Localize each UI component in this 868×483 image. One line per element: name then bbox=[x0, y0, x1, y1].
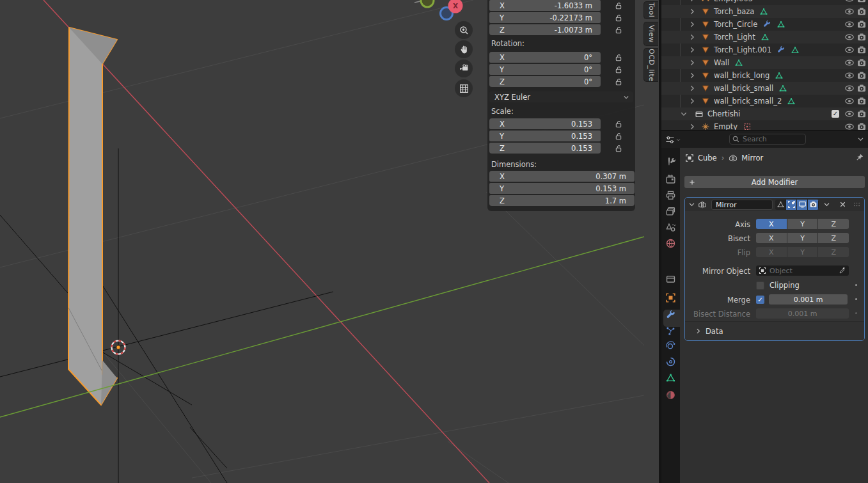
clipping-checkbox[interactable] bbox=[756, 281, 764, 290]
hide-viewport-icon[interactable] bbox=[844, 96, 855, 106]
dimensions-y-field[interactable]: Y0.153 m bbox=[489, 183, 635, 194]
animate-dot[interactable] bbox=[855, 298, 857, 300]
collapse-icon[interactable] bbox=[679, 109, 688, 118]
modifier-extras-icon[interactable] bbox=[823, 200, 831, 209]
hide-viewport-icon[interactable] bbox=[844, 70, 855, 81]
delete-modifier-icon[interactable] bbox=[839, 200, 847, 209]
scale-y-field[interactable]: Y0.153 bbox=[489, 131, 601, 141]
disable-render-icon[interactable] bbox=[856, 109, 867, 119]
outliner-row-torch-circle[interactable]: Torch_Circle bbox=[661, 18, 868, 31]
zoom-button[interactable] bbox=[455, 21, 473, 39]
outliner-row-torch-light[interactable]: Torch_Light bbox=[661, 31, 868, 44]
expand-icon[interactable] bbox=[688, 122, 697, 130]
outliner-row-wall-brick-long[interactable]: wall_brick_long bbox=[661, 69, 868, 82]
outliner-row-torch-baza[interactable]: Torch_baza bbox=[661, 5, 868, 18]
lock-rotation-x-icon[interactable] bbox=[614, 53, 623, 62]
hide-viewport-icon[interactable] bbox=[844, 122, 855, 130]
rotation-y-field[interactable]: Y0° bbox=[489, 64, 601, 75]
add-modifier-button[interactable]: Add Modifier bbox=[684, 176, 865, 188]
axis-z-button[interactable]: Z bbox=[818, 219, 849, 229]
eyedropper-icon[interactable] bbox=[839, 267, 846, 274]
disable-render-icon[interactable] bbox=[856, 83, 867, 93]
tab-object-data[interactable] bbox=[665, 372, 676, 383]
pan-button[interactable] bbox=[455, 40, 473, 58]
scale-z-field[interactable]: Z0.153 bbox=[489, 143, 601, 154]
tab-world[interactable] bbox=[665, 238, 676, 249]
hide-viewport-icon[interactable] bbox=[844, 109, 855, 119]
bisect-distance-field[interactable]: 0.001 m bbox=[756, 308, 849, 319]
breadcrumb-object[interactable]: Cube bbox=[698, 154, 717, 162]
disable-render-icon[interactable] bbox=[856, 32, 867, 42]
hide-viewport-icon[interactable] bbox=[844, 6, 855, 17]
expand-icon[interactable] bbox=[688, 84, 697, 93]
sidebar-tab-ocdlite[interactable]: OCD_lite bbox=[643, 48, 658, 82]
outliner-row-wall[interactable]: Wall bbox=[661, 56, 868, 69]
tab-modifiers[interactable] bbox=[665, 310, 676, 321]
sidebar-tab-tool[interactable]: Tool bbox=[643, 1, 658, 19]
bisect-x-button[interactable]: X bbox=[756, 233, 787, 243]
expand-icon[interactable] bbox=[688, 97, 697, 106]
axis-x-button[interactable]: X bbox=[756, 219, 787, 229]
rotation-x-field[interactable]: X0° bbox=[489, 52, 601, 63]
location-x-field[interactable]: X-1.6033 m bbox=[489, 0, 601, 11]
toggle-on-cage[interactable] bbox=[775, 200, 786, 210]
rotation-mode-dropdown[interactable]: XYZ Euler bbox=[489, 91, 633, 102]
tab-particles[interactable] bbox=[665, 326, 676, 337]
outliner-row-torch-light-001[interactable]: Torch_Light.001 bbox=[661, 44, 868, 56]
disable-render-icon[interactable] bbox=[856, 58, 867, 68]
pin-icon[interactable] bbox=[855, 153, 864, 162]
toggle-edit-mode[interactable] bbox=[786, 200, 797, 210]
editor-type-button[interactable] bbox=[665, 134, 687, 145]
modifier-name-field[interactable]: Mirror bbox=[711, 200, 773, 210]
hide-viewport-icon[interactable] bbox=[844, 58, 855, 68]
dimensions-x-field[interactable]: X0.307 m bbox=[489, 171, 635, 182]
tab-tool[interactable] bbox=[665, 156, 676, 167]
rotation-z-field[interactable]: Z0° bbox=[489, 76, 601, 87]
search-input[interactable] bbox=[729, 134, 806, 145]
expand-icon[interactable] bbox=[688, 0, 697, 3]
expand-icon[interactable] bbox=[688, 45, 697, 54]
lock-rotation-z-icon[interactable] bbox=[614, 77, 623, 86]
collection-checkbox[interactable]: ✓ bbox=[832, 110, 839, 118]
tab-render[interactable] bbox=[665, 174, 676, 185]
expand-icon[interactable] bbox=[688, 71, 697, 80]
hide-viewport-icon[interactable] bbox=[844, 45, 855, 55]
lock-location-y-icon[interactable] bbox=[614, 13, 623, 22]
animate-dot[interactable] bbox=[855, 284, 857, 286]
outliner-row-empty[interactable]: Empty bbox=[661, 120, 868, 130]
disable-render-icon[interactable] bbox=[856, 19, 867, 29]
flip-x-button[interactable]: X bbox=[756, 247, 787, 257]
disable-render-icon[interactable] bbox=[856, 0, 867, 4]
location-z-field[interactable]: Z-1.0073 m bbox=[489, 24, 601, 35]
mirror-object-field[interactable]: Object bbox=[756, 265, 849, 276]
flip-z-button[interactable]: Z bbox=[818, 247, 849, 257]
outliner-row-wall-brick-small-2[interactable]: wall_brick_small_2 bbox=[661, 95, 868, 107]
lock-location-z-icon[interactable] bbox=[614, 26, 623, 35]
disable-render-icon[interactable] bbox=[856, 122, 867, 130]
lock-rotation-y-icon[interactable] bbox=[614, 65, 623, 74]
modifier-panel-header[interactable]: Mirror bbox=[685, 198, 864, 211]
tab-material[interactable] bbox=[665, 390, 676, 400]
lock-scale-z-icon[interactable] bbox=[614, 144, 623, 153]
flip-y-button[interactable]: Y bbox=[787, 247, 819, 257]
tab-output[interactable] bbox=[665, 190, 676, 201]
tab-view-layer[interactable] bbox=[665, 206, 676, 217]
hide-viewport-icon[interactable] bbox=[844, 0, 855, 4]
bisect-z-button[interactable]: Z bbox=[818, 233, 849, 243]
hide-viewport-icon[interactable] bbox=[844, 32, 855, 42]
toggle-render[interactable] bbox=[808, 200, 819, 210]
merge-threshold-field[interactable]: 0.001 m bbox=[769, 294, 848, 305]
hide-viewport-icon[interactable] bbox=[844, 19, 855, 29]
tab-constraints[interactable] bbox=[665, 356, 676, 367]
scale-x-field[interactable]: X0.153 bbox=[489, 118, 601, 129]
expand-icon[interactable] bbox=[688, 7, 697, 16]
disable-render-icon[interactable] bbox=[856, 45, 867, 55]
data-subpanel-header[interactable]: Data bbox=[685, 321, 864, 340]
camera-view-button[interactable] bbox=[455, 59, 473, 77]
hide-viewport-icon[interactable] bbox=[844, 83, 855, 93]
merge-checkbox[interactable]: ✓ bbox=[756, 296, 764, 304]
bisect-y-button[interactable]: Y bbox=[787, 233, 819, 243]
sidebar-tab-view[interactable]: View bbox=[643, 22, 658, 46]
expand-icon[interactable] bbox=[688, 20, 697, 29]
perspective-button[interactable] bbox=[455, 79, 473, 97]
